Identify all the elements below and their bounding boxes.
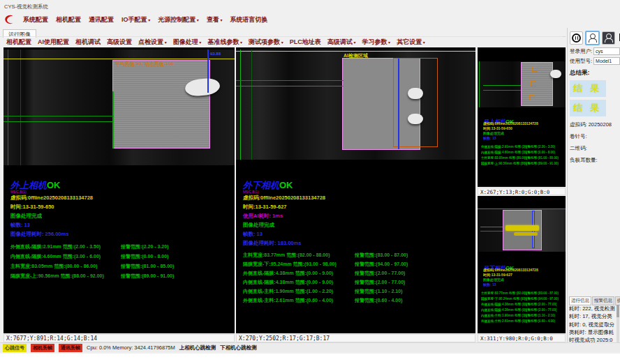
alarm-range: 报警范围:(89.00 - 91.00) [524,162,559,165]
measure-line [480,231,503,232]
measurement-row: 主料宽度:83.05mm 范围:(80.00 - 86.00)报警范围:(81.… [481,156,564,160]
alarm-range: 报警范围:(1.10 - 2.10) [524,314,555,317]
pause-button[interactable] [570,31,583,45]
toolbar-baseline-params[interactable]: 基准线参数 [207,38,242,47]
tab-strip: 运行图像 [0,26,566,37]
measure-value: 主料宽度:83.77mm 范围:(82.00 - 88.00) [243,252,355,259]
tab-count-row: 负极耳数量: [570,157,620,164]
bottom-status-bar: 心跳信号 相机丢帧 通讯丢帧 Cpu: 0.0% Memory: 3424.41… [0,342,620,352]
main-area: 93.88 平均亮值:93, 动态亮值:100 外上相机OK M5/C.B(1)… [0,47,620,352]
login-user-label: 登录用户: [570,48,592,55]
user-manage-button[interactable] [602,31,615,45]
measure-line [480,227,503,227]
measure-value: 外侧直线-主料:2.61mm 范围:(0.60 - 4.00) [243,297,355,304]
measure-value: 隔膜宽度-下:95.24mm 范围:(93.00 - 98.00) [243,261,355,268]
measure-value: 内侧直线-隔膜:4.38mm 范围:(0.00 - 9.00) [243,279,355,286]
camera-ok-status: OK [279,180,293,190]
measurement-row: 内侧直线-主料:1.90mm 范围:(1.00 - 2.20)报警范围:(1.1… [243,288,474,295]
camera-view-hang-upper[interactable]: 吊上相机OK 虚拟码:0ffline20250208133134728 时间:1… [478,47,566,187]
guide-line [240,50,241,160]
measurement-row: 外侧直线-主料:2.61mm 范围:(0.60 - 4.00)报警范围:(0.6… [243,297,474,304]
cpu-memory-text: Cpu: 0.0% Memory: 3424.41796875M [87,344,175,351]
guide-line [20,50,21,165]
camera-image-outer-upper: 93.88 平均亮值:93, 动态亮值:100 [3,50,235,165]
measure-value: 外侧直线-隔膜:2.91mm 范围:(2.00 - 3.50) [481,145,524,149]
highlight-text-blob [514,232,538,236]
menu-item-language-switch[interactable]: 系统语言切换 [230,15,268,24]
overlay-frame-count: 帧数: 13 [483,136,496,140]
heartbeat-badge: 心跳信号 [3,344,27,352]
menu-item-comm-config[interactable]: 通讯配置 [89,15,114,24]
measure-value: 主料宽度:83.05mm 范围:(80.00 - 86.00) [481,156,524,160]
toolbar-plc-address[interactable]: PLC地址表 [290,38,321,47]
bright-spot [408,88,423,99]
measurement-row: 内侧直线-隔膜:4.38mm 范围:(0.00 - 9.00)报警范围:(2.0… [481,308,564,312]
overlay-process-cost: 图像处理耗时: 256.00ms [10,231,68,238]
alarm-range: 报警范围:(2.00 - 77.00) [524,308,557,312]
guide-line [479,61,480,107]
toolbar-advanced-debug[interactable]: 高级调试 [327,38,356,47]
alarm-range: 报警范围:(2.00 - 77.00) [524,303,557,306]
alarm-range: 报警范围:(94.00 - 97.00) [355,261,408,268]
overlay-frame-count: 帧数: 13 [483,282,496,287]
needle-number-row: 卷针号: [570,133,620,140]
measurement-row: 主料宽度:83.77mm 范围:(82.00 - 88.00)报警范围:(83.… [481,291,564,295]
overlay-frame-count: 帧数: 13 [10,222,30,229]
measure-value: 内侧直线-隔膜:4.38mm 范围:(0.00 - 9.00) [481,308,524,312]
toolbar-test-params[interactable]: 测试项参数 [249,38,283,47]
measurement-row: 隔膜宽度-上:90.56mm 范围:(88.00 - 92.00)报警范围:(8… [481,162,564,165]
menu-item-light-control[interactable]: 光源控制配置 [158,15,199,24]
user-login-button[interactable] [585,31,600,45]
menu-item-io-config[interactable]: IO手配置 [121,15,150,24]
toolbar-camera-debug[interactable]: 相机调试 [75,38,101,47]
measurement-row: 外侧直线-隔膜:4.38mm 范围:(0.00 - 9.00)报警范围:(2.0… [481,303,564,306]
menu-bar: 系统配置 相机配置 通讯配置 IO手配置 光源控制配置 查看 系统语言切换 [0,13,620,26]
overlay-time: 时间:13-31-59-650 [483,126,512,130]
toolbar-advanced-settings[interactable]: 高级设置 [107,38,132,47]
measure-value: 外侧直线-隔膜:2.91mm 范围:(2.00 - 3.50) [10,243,121,250]
overlay-process-done: 图像处理完成 [483,278,504,282]
ai-region-label: AI检测区域 [344,52,368,59]
measurement-row: 主料宽度:83.05mm 范围:(80.00 - 86.00)报警范围:(81.… [10,263,233,270]
camera-view-outer-lower[interactable]: AI检测区域 外下相机OK M5/C.B(1) 虚拟码:0ffline20250… [236,47,475,333]
menu-item-system-config[interactable]: 系统配置 [23,15,48,24]
alarm-range: 报警范围:(0.00 - 8.00) [121,253,168,260]
toolbar-learning-params[interactable]: 学习参数 [362,38,390,47]
alarm-range: 报警范围:(81.00 - 85.00) [524,156,559,160]
guide-line [8,50,8,165]
camera-image-hang-upper [478,61,566,107]
user-icon [606,33,612,39]
statusbar-hang-upper: X:267;Y:13;R:0;G:0;B:0 [478,188,566,195]
alarm-range: 报警范围:(2.00 - 77.00) [355,270,405,277]
overlay-sub-text: M5/C.B(1) [10,190,27,194]
model-field[interactable]: Model1 [593,57,620,65]
toolbar-camera-config[interactable]: 相机配置 [6,38,31,47]
measurement-row: 外侧直线-隔膜:4.38mm 范围:(0.00 - 9.00)报警范围:(2.0… [243,270,474,277]
measure-value: 隔膜宽度-上:90.56mm 范围:(88.00 - 92.00) [481,162,524,165]
blue-marker-line [398,59,399,149]
alarm-range: 报警范围:(94.00 - 97.00) [524,297,559,301]
blue-marker-line [207,50,209,93]
comm-dropframe-badge: 通讯丢帧 [59,344,82,352]
menu-item-camera-config[interactable]: 相机配置 [56,15,81,24]
toolbar-other-settings[interactable]: 其它设置 [397,38,425,47]
overlay-process-done: 图像处理完成 [483,131,504,135]
anchor-box [531,81,536,86]
camera-title: 外下相机 [243,180,279,190]
overlay-process-done: 图像处理完成 [243,222,274,229]
toolbar-spot-check[interactable]: 点检设置 [138,38,167,47]
toolbar-image-processing[interactable]: 图像处理 [173,38,202,47]
measurement-row: 隔膜宽度-上:90.56mm 范围:(88.00 - 92.00)报警范围:(8… [10,273,233,280]
measurement-row: 内侧直线-隔膜:4.60mm 范围:(3.00 - 6.00)报警范围:(0.0… [481,151,564,154]
measure-line [3,121,114,122]
alarm-range: 报警范围:(0.00 - 8.00) [524,151,555,154]
camera-view-hang-lower[interactable]: 吊下相机OK 虚拟码:0ffline20250208133134728 时间:1… [478,196,566,333]
measure-value: 内侧直线-隔膜:4.60mm 范围:(3.00 - 6.00) [10,253,121,260]
login-user-field[interactable]: cys [593,47,620,55]
camera-view-outer-upper[interactable]: 93.88 平均亮值:93, 动态亮值:100 外上相机OK M5/C.B(1)… [3,47,235,333]
exit-button[interactable] [617,32,620,44]
toolbar-ai-config[interactable]: AI使用配置 [38,38,69,47]
measurement-row: 内侧直线-隔膜:4.38mm 范围:(0.00 - 9.00)报警范围:(2.0… [243,279,474,286]
menu-item-view[interactable]: 查看 [207,15,223,24]
alarm-range: 报警范围:(1.10 - 2.10) [355,288,402,295]
